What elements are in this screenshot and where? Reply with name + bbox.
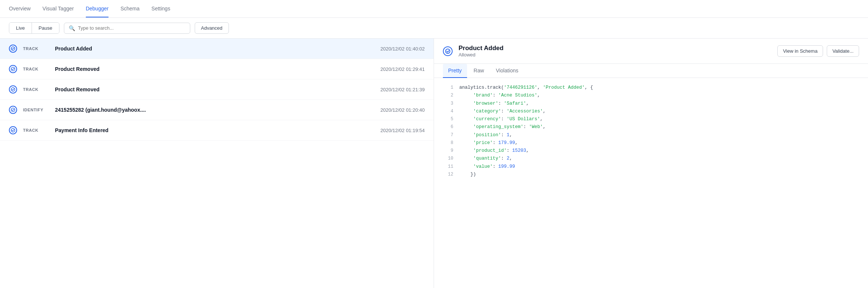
pause-button[interactable]: Pause <box>32 23 59 33</box>
event-time-1: 2020/12/02 01:29:41 <box>380 66 425 72</box>
search-input[interactable] <box>78 25 185 31</box>
detail-header: Product Added Allowed View in Schema Val… <box>434 39 868 64</box>
event-type-0: TRACK <box>23 46 49 51</box>
code-line-5: 5 'currency': 'US Dollars', <box>434 115 868 123</box>
view-in-schema-button[interactable]: View in Schema <box>777 45 823 57</box>
live-pause-group: Live Pause <box>9 22 59 34</box>
detail-title-group: Product Added Allowed <box>459 45 771 58</box>
validate-button[interactable]: Validate... <box>827 45 859 57</box>
event-type-1: TRACK <box>23 67 49 71</box>
code-line-4: 4 'category': 'Accessories', <box>434 108 868 115</box>
event-time-4: 2020/12/02 01:19:54 <box>380 128 425 133</box>
tab-pretty[interactable]: Pretty <box>443 64 467 78</box>
live-button[interactable]: Live <box>9 23 32 33</box>
code-line-1: 1 analytics.track('7446291126', 'Product… <box>434 84 868 92</box>
event-list: TRACK Product Added 2020/12/02 01:40:02 … <box>0 39 434 288</box>
check-icon-3 <box>9 106 17 114</box>
code-line-9: 9 'product_id': 15203, <box>434 147 868 155</box>
toolbar: Live Pause 🔍 Advanced <box>0 18 868 39</box>
check-icon-2 <box>9 85 17 94</box>
nav-item-settings[interactable]: Settings <box>152 0 171 17</box>
event-row[interactable]: TRACK Product Removed 2020/12/02 01:21:3… <box>0 79 434 100</box>
tab-raw[interactable]: Raw <box>469 64 489 78</box>
top-nav: Overview Visual Tagger Debugger Schema S… <box>0 0 868 18</box>
nav-item-schema[interactable]: Schema <box>120 0 139 17</box>
nav-item-debugger[interactable]: Debugger <box>86 0 109 17</box>
event-type-2: TRACK <box>23 87 49 92</box>
event-name-0: Product Added <box>55 46 375 52</box>
event-name-4: Payment Info Entered <box>55 127 375 133</box>
event-name-2: Product Removed <box>55 86 375 92</box>
code-line-11: 11 'value': 199.99 <box>434 163 868 171</box>
detail-header-check-icon <box>443 46 453 56</box>
event-row[interactable]: TRACK Product Added 2020/12/02 01:40:02 <box>0 39 434 59</box>
event-name-3: 2415255282 (giant.hound@yahoox.... <box>55 107 375 113</box>
search-box: 🔍 <box>64 23 190 34</box>
event-row[interactable]: TRACK Payment Info Entered 2020/12/02 01… <box>0 120 434 141</box>
code-line-7: 7 'position': 1, <box>434 131 868 139</box>
event-name-1: Product Removed <box>55 66 375 72</box>
code-panel: 1 analytics.track('7446291126', 'Product… <box>434 78 868 288</box>
code-line-10: 10 'quantity': 2, <box>434 155 868 163</box>
event-row[interactable]: TRACK Product Removed 2020/12/02 01:29:4… <box>0 59 434 79</box>
detail-panel: Product Added Allowed View in Schema Val… <box>434 39 868 288</box>
event-type-3: IDENTIFY <box>23 108 49 112</box>
code-line-2: 2 'brand': 'Acne Studios', <box>434 92 868 99</box>
tab-violations[interactable]: Violations <box>491 64 524 78</box>
advanced-button[interactable]: Advanced <box>195 22 229 34</box>
detail-subtitle: Allowed <box>459 52 771 58</box>
detail-title: Product Added <box>459 45 771 52</box>
detail-tabs: Pretty Raw Violations <box>434 64 868 78</box>
main-layout: TRACK Product Added 2020/12/02 01:40:02 … <box>0 39 868 288</box>
code-line-6: 6 'operating_system': 'Web', <box>434 123 868 131</box>
code-line-8: 8 'price': 179.99, <box>434 139 868 147</box>
check-icon-4 <box>9 126 17 134</box>
nav-item-visual-tagger[interactable]: Visual Tagger <box>42 0 74 17</box>
code-line-3: 3 'browser': 'Safari', <box>434 100 868 108</box>
detail-actions: View in Schema Validate... <box>777 45 859 57</box>
event-time-0: 2020/12/02 01:40:02 <box>380 46 425 52</box>
check-icon-0 <box>9 45 17 53</box>
svg-point-5 <box>446 49 450 53</box>
code-line-12: 12 }) <box>434 171 868 179</box>
event-type-4: TRACK <box>23 128 49 132</box>
event-time-2: 2020/12/02 01:21:39 <box>380 87 425 92</box>
search-icon: 🔍 <box>69 25 75 31</box>
check-icon-1 <box>9 65 17 73</box>
event-time-3: 2020/12/02 01:20:40 <box>380 107 425 113</box>
nav-item-overview[interactable]: Overview <box>9 0 30 17</box>
event-row[interactable]: IDENTIFY 2415255282 (giant.hound@yahoox.… <box>0 100 434 120</box>
